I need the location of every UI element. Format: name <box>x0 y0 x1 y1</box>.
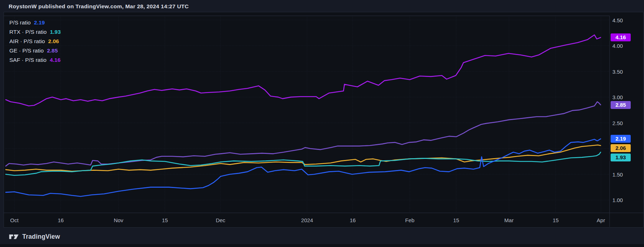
legend-row-rtx[interactable]: RTX · P/S ratio1.93 <box>9 29 61 35</box>
y-axis-label-4.00: 4.00 <box>612 43 623 49</box>
x-axis-label-2024: 2024 <box>301 217 313 223</box>
legend-value: 2.19 <box>34 19 45 26</box>
legend-value: 2.06 <box>48 38 59 44</box>
chart-plot-area[interactable] <box>4 12 644 227</box>
x-axis-label-feb: Feb <box>405 217 414 223</box>
chart-panel <box>4 12 644 228</box>
legend-label: SAF · P/S ratio <box>9 57 46 63</box>
y-axis-label-4.50: 4.50 <box>612 17 623 23</box>
x-axis-label-oct: Oct <box>10 217 18 223</box>
x-axis-label-nov: Nov <box>114 217 124 223</box>
x-axis-label-dec: Dec <box>216 217 226 223</box>
legend-value: 1.93 <box>50 29 61 35</box>
legend-row-main[interactable]: P/S ratio2.19 <box>9 19 45 26</box>
legend-label: GE · P/S ratio <box>9 47 44 54</box>
x-axis-label-mar: Mar <box>504 217 514 223</box>
price-badge-1.93: 1.93 <box>611 154 631 161</box>
x-axis-label-15: 15 <box>162 217 168 223</box>
price-badge-2.19: 2.19 <box>611 135 631 143</box>
footer-brand-text[interactable]: TradingView <box>22 233 60 241</box>
footer: TradingView <box>9 232 60 241</box>
x-axis-label-16: 16 <box>350 217 356 223</box>
tradingview-logo-icon[interactable] <box>9 232 19 241</box>
legend-row-air[interactable]: AIR · P/S ratio2.06 <box>9 38 59 45</box>
publish-attribution: RoystonW published on TradingView.com, M… <box>9 3 189 10</box>
legend-row-saf[interactable]: SAF · P/S ratio4.16 <box>9 57 61 63</box>
legend-label: P/S ratio <box>9 19 31 26</box>
y-axis-label-3.50: 3.50 <box>612 68 623 74</box>
x-axis-label-15: 15 <box>453 217 459 223</box>
price-badge-2.06: 2.06 <box>611 144 631 152</box>
x-axis-label-apr: Apr <box>597 217 605 223</box>
series-line-RTX[interactable] <box>6 152 601 175</box>
legend-label: AIR · P/S ratio <box>9 38 45 44</box>
legend-value: 4.16 <box>50 57 60 63</box>
legend-value: 2.85 <box>47 47 58 54</box>
y-axis-label-3.00: 3.00 <box>612 94 623 100</box>
price-badge-2.85: 2.85 <box>611 101 631 109</box>
bottom-edge <box>0 244 644 247</box>
price-badge-4.16: 4.16 <box>611 33 631 41</box>
y-axis-label-1.00: 1.00 <box>612 197 623 203</box>
series-line-main[interactable] <box>6 139 601 196</box>
y-axis-label-1.50: 1.50 <box>612 171 623 177</box>
legend-row-ge[interactable]: GE · P/S ratio2.85 <box>9 47 58 54</box>
y-axis-label-2.50: 2.50 <box>612 120 623 126</box>
series-line-SAF[interactable] <box>6 35 601 106</box>
series-line-GE[interactable] <box>6 102 601 166</box>
x-axis-label-16: 16 <box>58 217 64 223</box>
legend-label: RTX · P/S ratio <box>9 29 47 35</box>
x-axis-label-15: 15 <box>553 217 559 223</box>
